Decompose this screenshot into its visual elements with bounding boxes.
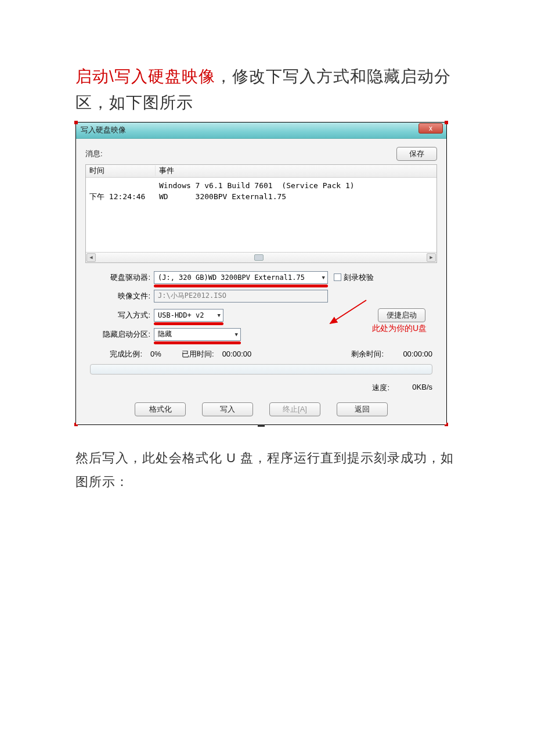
selection-handle-icon xyxy=(74,121,78,124)
save-button[interactable]: 保存 xyxy=(396,147,437,161)
back-button[interactable]: 返回 xyxy=(337,402,388,416)
log-row-time: 下午 12:24:46 xyxy=(89,191,159,203)
remain-label: 剩余时间: xyxy=(351,349,384,359)
write-mode-value: USB-HDD+ v2 xyxy=(158,311,204,319)
hide-partition-label: 隐藏启动分区: xyxy=(90,329,154,340)
speed-label: 速度: xyxy=(372,383,389,393)
log-row-event: WD 3200BPV External1.75 xyxy=(159,192,286,201)
elapsed-value: 00:00:00 xyxy=(222,350,263,358)
close-icon: x xyxy=(429,124,432,132)
selection-handle-icon xyxy=(445,121,448,124)
log-col-time: 时间 xyxy=(86,165,156,176)
dialog-window: 写入硬盘映像 x 消息: 保存 时间 事件 Windows 7 v6.1 Bui… xyxy=(75,122,447,425)
write-button[interactable]: 写入 xyxy=(202,402,253,416)
image-file-field: J:\小马PE2012.ISO xyxy=(154,290,328,303)
progress-bar xyxy=(90,364,432,375)
annotation-text: 此处为你的U盘 xyxy=(372,323,427,334)
scroll-left-icon[interactable]: ◀ xyxy=(86,253,96,262)
progress-info-row: 完成比例: 0% 已用时间: 00:00:00 剩余时间: 00:00:00 xyxy=(90,349,432,359)
elapsed-label: 已用时间: xyxy=(182,349,214,359)
after-text: 然后写入，此处会格式化 U 盘，程序运行直到提示刻录成功，如图所示： xyxy=(75,446,459,495)
chevron-down-icon: ▼ xyxy=(322,275,325,280)
format-button[interactable]: 格式化 xyxy=(135,402,186,416)
log-row-event: Windows 7 v6.1 Build 7601 (Service Pack … xyxy=(159,181,355,190)
hide-partition-select[interactable]: 隐藏 ▼ xyxy=(154,328,241,341)
drive-value: (J:, 320 GB)WD 3200BPV External1.75 xyxy=(158,273,305,282)
title-bar: 写入硬盘映像 x xyxy=(76,123,446,139)
speed-value: 0KB/s xyxy=(398,383,432,393)
verify-label: 刻录校验 xyxy=(344,272,374,283)
done-value: 0% xyxy=(150,350,174,358)
write-mode-select[interactable]: USB-HDD+ v2 ▼ xyxy=(154,309,223,322)
instruction-red: 启动\写入硬盘映像 xyxy=(75,67,215,85)
stop-button: 终止[A] xyxy=(269,402,320,416)
message-label: 消息: xyxy=(85,149,103,159)
chevron-down-icon: ▼ xyxy=(218,312,221,318)
log-list: 时间 事件 Windows 7 v6.1 Build 7601 (Service… xyxy=(85,164,437,263)
drive-label: 硬盘驱动器: xyxy=(90,272,154,283)
quick-boot-button[interactable]: 便捷启动 xyxy=(378,308,425,322)
instruction-text: 启动\写入硬盘映像，修改下写入方式和隐藏启动分区，如下图所示 xyxy=(75,64,459,116)
window-title: 写入硬盘映像 xyxy=(81,125,126,135)
remain-value: 00:00:00 xyxy=(392,350,432,358)
hide-partition-value: 隐藏 xyxy=(158,329,172,339)
log-col-event: 事件 xyxy=(156,165,436,176)
close-button[interactable]: x xyxy=(418,123,443,134)
chevron-down-icon: ▼ xyxy=(235,332,238,337)
checkbox-box-icon xyxy=(334,273,341,281)
write-mode-label: 写入方式: xyxy=(90,310,154,321)
verify-checkbox[interactable]: 刻录校验 xyxy=(334,272,374,283)
scroll-right-icon[interactable]: ▶ xyxy=(427,253,436,262)
log-body: Windows 7 v6.1 Build 7601 (Service Pack … xyxy=(86,178,436,252)
image-label: 映像文件: xyxy=(90,291,154,301)
annotation-arrow-icon xyxy=(326,296,372,330)
scroll-thumb[interactable] xyxy=(254,254,264,261)
image-file-value: J:\小马PE2012.ISO xyxy=(158,291,226,301)
drive-select[interactable]: (J:, 320 GB)WD 3200BPV External1.75 ▼ xyxy=(154,271,328,284)
horizontal-scrollbar[interactable]: ◀ ▶ xyxy=(86,252,436,262)
done-label: 完成比例: xyxy=(90,349,142,359)
svg-line-0 xyxy=(330,300,366,323)
log-header: 时间 事件 xyxy=(86,165,436,178)
